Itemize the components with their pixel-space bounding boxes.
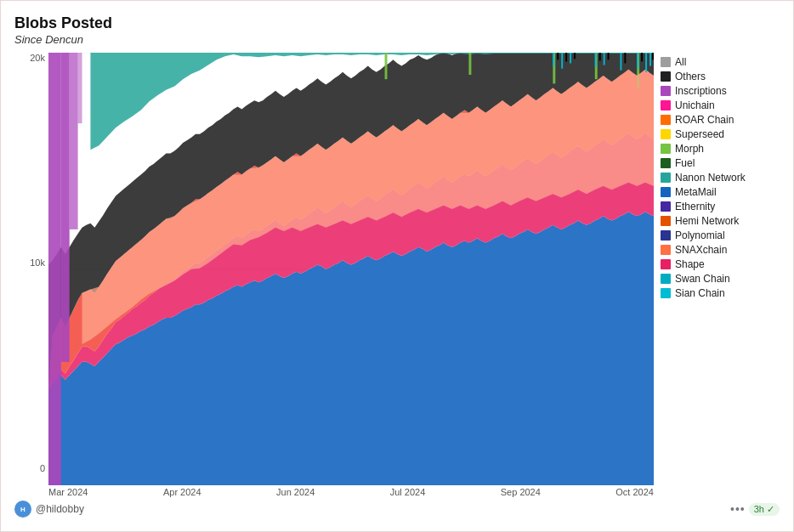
main-container: Blobs Posted Since Dencun 20k 10k 0	[0, 0, 794, 532]
x-label-jul: Jul 2024	[390, 487, 426, 497]
svg-rect-7	[385, 53, 388, 79]
legend-label-inscriptions: Inscriptions	[675, 85, 727, 97]
x-label-oct: Oct 2024	[615, 487, 654, 497]
legend: All Others Inscriptions Unichain ROAR Ch…	[661, 53, 780, 497]
user-handle: H @hildobby	[14, 501, 84, 518]
svg-rect-18	[637, 53, 638, 69]
legend-color-all	[661, 57, 671, 67]
svg-rect-4	[61, 53, 70, 362]
legend-color-others	[661, 71, 671, 82]
check-icon: ✓	[767, 504, 774, 515]
legend-label-snaxchain: SNAXchain	[675, 244, 727, 256]
svg-rect-28	[652, 53, 654, 59]
svg-rect-23	[574, 53, 576, 59]
svg-rect-15	[595, 53, 597, 67]
footer: H @hildobby ••• 3h ✓	[14, 501, 780, 518]
legend-item-inscriptions: Inscriptions	[661, 85, 780, 97]
legend-item-morph: Morph	[661, 143, 780, 155]
legend-label-superseed: Superseed	[675, 128, 724, 140]
legend-label-hemi: Hemi Network	[675, 215, 739, 227]
y-label-0: 0	[40, 463, 45, 473]
x-axis: Mar 2024 Apr 2024 Jun 2024 Jul 2024 Sep …	[48, 487, 654, 497]
legend-label-nanon: Nanon Network	[675, 172, 746, 184]
legend-color-metamail	[661, 187, 671, 197]
time-info: ••• 3h ✓	[730, 502, 780, 516]
chart-wrapper: 20k 10k 0	[14, 53, 654, 497]
legend-item-ethernity: Ethernity	[661, 201, 780, 212]
legend-color-morph	[661, 144, 671, 154]
chart-canvas	[48, 53, 654, 485]
legend-color-unichain	[661, 100, 671, 110]
time-value: 3h	[754, 504, 764, 514]
svg-rect-19	[645, 53, 647, 72]
svg-rect-26	[624, 53, 626, 63]
legend-label-all: All	[675, 56, 686, 68]
legend-item-roar: ROAR Chain	[661, 114, 780, 126]
legend-color-sian	[661, 288, 671, 298]
legend-label-shape: Shape	[675, 258, 705, 270]
legend-item-fuel: Fuel	[661, 157, 780, 169]
legend-color-ethernity	[661, 201, 671, 212]
legend-color-roar	[661, 115, 671, 125]
legend-item-all: All	[661, 56, 780, 68]
legend-item-shape: Shape	[661, 258, 780, 270]
svg-rect-8	[468, 53, 471, 75]
x-label-jun: Jun 2024	[276, 487, 315, 497]
svg-rect-16	[604, 53, 605, 65]
x-label-mar: Mar 2024	[48, 487, 88, 497]
legend-item-swan: Swan Chain	[661, 273, 780, 285]
legend-color-hemi	[661, 216, 671, 226]
time-badge: 3h ✓	[749, 503, 780, 516]
x-label-apr: Apr 2024	[163, 487, 201, 497]
chart-title: Blobs Posted	[14, 14, 780, 33]
chart-area: 20k 10k 0	[14, 53, 780, 497]
legend-label-others: Others	[675, 71, 706, 82]
legend-color-polynomial	[661, 230, 671, 241]
svg-rect-5	[70, 53, 78, 229]
legend-item-unichain: Unichain	[661, 99, 780, 111]
legend-label-metamail: MetaMail	[675, 186, 717, 198]
legend-label-morph: Morph	[675, 143, 704, 155]
svg-rect-22	[565, 53, 567, 61]
avatar: H	[14, 501, 31, 518]
svg-rect-14	[570, 53, 571, 63]
svg-rect-13	[561, 53, 563, 69]
chart-svg	[48, 53, 654, 485]
chart-subtitle: Since Dencun	[14, 33, 780, 46]
legend-label-roar: ROAR Chain	[675, 114, 734, 126]
legend-label-fuel: Fuel	[675, 157, 695, 169]
svg-rect-24	[599, 53, 601, 60]
more-icon[interactable]: •••	[730, 502, 746, 516]
legend-color-fuel	[661, 158, 671, 168]
y-label-20k: 20k	[30, 53, 45, 63]
svg-rect-21	[557, 53, 559, 59]
legend-color-swan	[661, 274, 671, 284]
legend-label-sian: Sian Chain	[675, 287, 725, 299]
legend-item-sian: Sian Chain	[661, 287, 780, 299]
legend-label-polynomial: Polynomial	[675, 229, 725, 241]
y-axis: 20k 10k 0	[14, 53, 48, 473]
legend-color-nanon	[661, 173, 671, 183]
legend-item-nanon: Nanon Network	[661, 172, 780, 184]
legend-color-inscriptions	[661, 86, 671, 96]
legend-label-unichain: Unichain	[675, 99, 715, 111]
x-label-sep: Sep 2024	[501, 487, 541, 497]
svg-rect-17	[620, 53, 621, 71]
legend-color-superseed	[661, 129, 671, 139]
legend-label-swan: Swan Chain	[675, 273, 730, 285]
legend-label-ethernity: Ethernity	[675, 201, 715, 212]
legend-item-hemi: Hemi Network	[661, 215, 780, 227]
handle-text: @hildobby	[36, 503, 84, 515]
y-label-10k: 10k	[30, 258, 45, 268]
legend-item-metamail: MetaMail	[661, 186, 780, 198]
legend-item-others: Others	[661, 71, 780, 82]
legend-item-polynomial: Polynomial	[661, 229, 780, 241]
svg-rect-20	[649, 53, 651, 66]
legend-color-shape	[661, 259, 671, 269]
svg-rect-27	[641, 53, 643, 61]
svg-rect-12	[553, 53, 554, 66]
legend-item-snaxchain: SNAXchain	[661, 244, 780, 256]
legend-color-snaxchain	[661, 245, 671, 255]
svg-rect-6	[78, 53, 82, 123]
svg-rect-25	[608, 53, 610, 59]
